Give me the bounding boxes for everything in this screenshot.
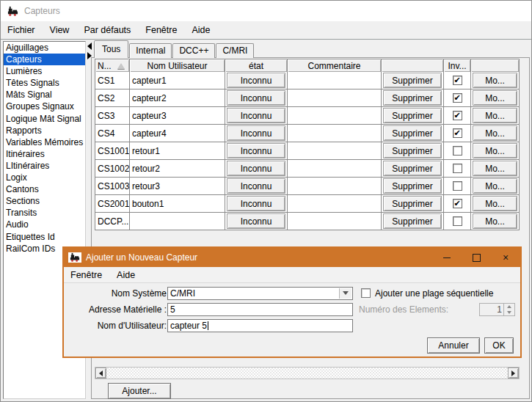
delete-button[interactable]: Supprimer <box>383 161 442 176</box>
state-button[interactable]: Inconnu <box>227 213 285 229</box>
column-header-user[interactable]: Nom Utilisateur <box>130 59 225 73</box>
state-button[interactable]: Inconnu <box>227 90 285 106</box>
sidebar-item-litineraires[interactable]: LItinéraires <box>4 160 85 172</box>
user-name-cell[interactable]: capteur1 <box>130 72 225 89</box>
edit-button[interactable]: Mo... <box>473 178 517 194</box>
edit-button[interactable]: Mo... <box>473 73 517 88</box>
user-name-cell[interactable] <box>130 213 225 230</box>
state-button[interactable]: Inconnu <box>227 143 285 158</box>
scroll-right-button[interactable] <box>508 368 519 379</box>
menu-item-fichier[interactable]: Fichier <box>1 25 43 35</box>
menu-item-aide[interactable]: Aide <box>109 270 142 280</box>
user-name-cell[interactable]: retour2 <box>130 160 225 178</box>
sidebar-item-sections[interactable]: Sections <box>4 195 85 207</box>
sequential-range-checkbox[interactable] <box>361 288 371 298</box>
column-header-delete[interactable] <box>382 59 444 73</box>
inverted-checkbox[interactable] <box>453 181 462 191</box>
combobox-dropdown-button[interactable] <box>339 288 351 299</box>
sidebar-item-rapports[interactable]: Rapports <box>4 125 85 136</box>
inverted-checkbox[interactable]: ✔ <box>453 111 462 120</box>
scroll-left-button[interactable] <box>95 368 106 379</box>
minimize-button[interactable] <box>432 248 462 267</box>
column-header-system[interactable]: N... <box>95 59 130 73</box>
inverted-checkbox[interactable] <box>453 216 462 226</box>
comment-cell[interactable] <box>288 89 382 107</box>
sidebar-item-capteurs[interactable]: Capteurs <box>4 54 85 65</box>
ok-button[interactable]: OK <box>484 337 514 354</box>
system-name-combobox[interactable]: C/MRI <box>167 287 353 300</box>
comment-cell[interactable] <box>288 125 382 142</box>
menu-item-par-defauts[interactable]: Par défauts <box>76 25 138 35</box>
menu-item-fenetre[interactable]: Fenêtre <box>64 270 109 280</box>
column-header-comment[interactable]: Commentaire <box>288 59 382 73</box>
hardware-address-input[interactable]: 5 <box>167 303 353 316</box>
sidebar-item-variables-memoires[interactable]: Variables Mémoires <box>4 136 85 148</box>
user-name-cell[interactable]: retour1 <box>130 142 225 160</box>
sidebar-item-groupes-signaux[interactable]: Groupes Signaux <box>4 100 85 112</box>
state-button[interactable]: Inconnu <box>227 161 285 176</box>
state-button[interactable]: Inconnu <box>227 196 285 211</box>
user-name-cell[interactable]: retour3 <box>130 178 225 195</box>
sidebar-item-lumieres[interactable]: Lumières <box>4 65 85 77</box>
user-name-cell[interactable]: capteur4 <box>130 125 225 142</box>
menu-item-view[interactable]: View <box>43 25 77 35</box>
column-header-inverted[interactable]: Inv... <box>444 59 471 73</box>
delete-button[interactable]: Supprimer <box>383 90 442 106</box>
sidebar-item-etiquettes-id[interactable]: Etiquettes Id <box>4 231 85 243</box>
delete-button[interactable]: Supprimer <box>383 143 442 158</box>
inverted-checkbox[interactable] <box>453 146 462 156</box>
sidebar-item-logix[interactable]: Logix <box>4 172 85 183</box>
sidebar-item-cantons[interactable]: Cantons <box>4 183 85 195</box>
column-header-edit[interactable] <box>471 59 520 73</box>
tab-tous[interactable]: Tous <box>94 40 128 58</box>
delete-button[interactable]: Supprimer <box>383 178 442 194</box>
collapse-left-icon[interactable] <box>87 43 92 50</box>
delete-button[interactable]: Supprimer <box>383 196 442 211</box>
state-button[interactable]: Inconnu <box>227 73 285 88</box>
comment-cell[interactable] <box>288 107 382 125</box>
tab-dcc[interactable]: DCC++ <box>172 43 215 58</box>
menu-item-fenetre[interactable]: Fenêtre <box>138 25 184 35</box>
inverted-checkbox[interactable] <box>453 164 462 173</box>
edit-button[interactable]: Mo... <box>473 108 517 123</box>
delete-button[interactable]: Supprimer <box>383 125 442 141</box>
edit-button[interactable]: Mo... <box>473 196 517 211</box>
state-button[interactable]: Inconnu <box>227 108 285 123</box>
tab-internal[interactable]: Internal <box>129 43 172 58</box>
comment-cell[interactable] <box>288 178 382 195</box>
column-header-state[interactable]: état <box>225 59 288 73</box>
comment-cell[interactable] <box>288 142 382 160</box>
inverted-checkbox[interactable]: ✔ <box>453 76 462 85</box>
state-button[interactable]: Inconnu <box>227 178 285 194</box>
comment-cell[interactable] <box>288 72 382 89</box>
edit-button[interactable]: Mo... <box>473 90 517 106</box>
edit-button[interactable]: Mo... <box>473 161 517 176</box>
sidebar-item-aiguillages[interactable]: Aiguillages <box>4 42 85 54</box>
edit-button[interactable]: Mo... <box>473 143 517 158</box>
sidebar-item-itineraires[interactable]: Itinéraires <box>4 148 85 160</box>
sidebar-item-tetes-signals[interactable]: Têtes Signals <box>4 77 85 89</box>
menu-item-aide[interactable]: Aide <box>184 25 217 35</box>
edit-button[interactable]: Mo... <box>473 213 517 229</box>
user-name-cell[interactable]: capteur3 <box>130 107 225 125</box>
spinner-up-icon[interactable] <box>504 304 514 310</box>
inverted-checkbox[interactable]: ✔ <box>453 199 462 208</box>
comment-cell[interactable] <box>288 160 382 178</box>
comment-cell[interactable] <box>288 213 382 230</box>
sidebar-item-mats-signal[interactable]: Mâts Signal <box>4 89 85 100</box>
user-name-cell[interactable]: capteur2 <box>130 89 225 107</box>
user-name-input[interactable]: capteur 5 <box>167 319 353 332</box>
maximize-button[interactable] <box>462 248 491 267</box>
dialog-titlebar[interactable]: Ajouter un Nouveau Capteur × <box>64 248 520 267</box>
cancel-button[interactable]: Annuler <box>427 337 480 354</box>
delete-button[interactable]: Supprimer <box>383 213 442 229</box>
number-elements-spinner[interactable]: 1 <box>479 303 515 316</box>
spinner-down-icon[interactable] <box>504 310 514 315</box>
state-button[interactable]: Inconnu <box>227 125 285 141</box>
inverted-checkbox[interactable]: ✔ <box>453 128 462 138</box>
sidebar-item-logique-mat-signal[interactable]: Logique Mât Signal <box>4 113 85 125</box>
sidebar-item-audio[interactable]: Audio <box>4 219 85 230</box>
delete-button[interactable]: Supprimer <box>383 73 442 88</box>
add-sensor-button[interactable]: Ajouter... <box>108 383 171 399</box>
sidebar-item-transits[interactable]: Transits <box>4 207 85 219</box>
